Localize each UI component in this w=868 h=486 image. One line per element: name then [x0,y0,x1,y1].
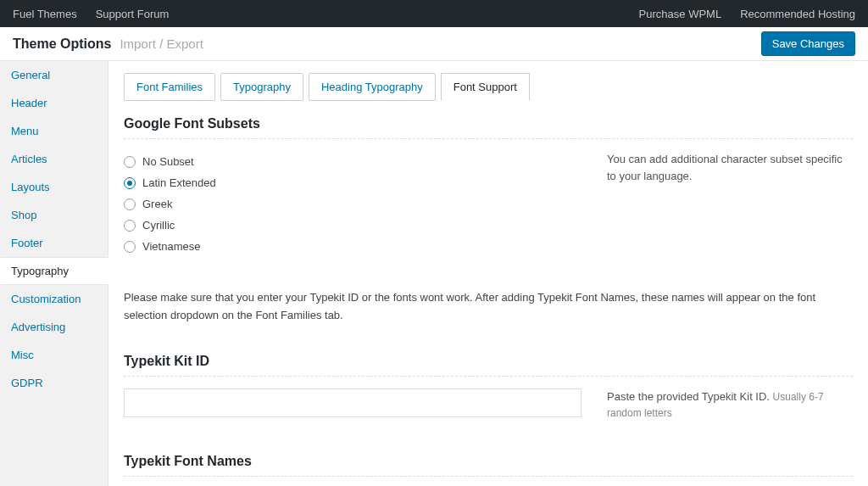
topbar-link-purchase-wpml[interactable]: Purchase WPML [639,8,722,20]
sidebar-item-shop[interactable]: Shop [0,201,108,229]
typekit-id-input[interactable] [124,388,581,417]
sidebar-item-gdpr[interactable]: GDPR [0,369,108,397]
radio-icon [124,156,136,168]
section-title-typekit-id: Typekit Kit ID [124,354,853,377]
sidebar-item-menu[interactable]: Menu [0,117,108,145]
typekit-note: Please make sure that you enter your Typ… [124,289,853,325]
sidebar-item-advertising[interactable]: Advertising [0,313,108,341]
radio-icon [124,241,136,253]
radio-label: Greek [142,198,172,210]
tab-font-families[interactable]: Font Families [124,73,215,101]
radio-label: Vietnamese [142,240,200,253]
sidebar-item-customization[interactable]: Customization [0,285,108,313]
radio-option-no-subset[interactable]: No Subset [124,151,581,172]
save-changes-button[interactable]: Save Changes [761,31,855,56]
typekit-id-help: Paste the provided Typekit Kit ID. Usual… [607,388,853,422]
radio-option-cyrillic[interactable]: Cyrillic [124,215,581,236]
sidebar-item-footer[interactable]: Footer [0,229,108,257]
radio-option-greek[interactable]: Greek [124,193,581,215]
subset-radio-group: No SubsetLatin ExtendedGreekCyrillicViet… [124,151,581,257]
section-title-google-font-subsets: Google Font Subsets [124,116,853,139]
sidebar-item-articles[interactable]: Articles [0,145,108,173]
radio-label: No Subset [142,155,194,168]
sidebar-item-header[interactable]: Header [0,89,108,117]
tab-font-support[interactable]: Font Support [441,73,530,101]
subset-help-text: You can add additional character subset … [607,151,853,257]
radio-label: Cyrillic [142,219,175,232]
topbar-link-recommended-hosting[interactable]: Recommended Hosting [740,8,855,20]
tab-row: Font FamiliesTypographyHeading Typograph… [124,73,853,101]
tab-typography[interactable]: Typography [220,73,303,101]
radio-icon [124,198,136,210]
sidebar-item-typography[interactable]: Typography [0,257,108,285]
radio-option-vietnamese[interactable]: Vietnamese [124,236,581,257]
section-title-typekit-font-names: Typekit Font Names [124,454,853,477]
page-header: Theme Options Import / Export Save Chang… [0,27,868,61]
sidebar-nav: GeneralHeaderMenuArticlesLayoutsShopFoot… [0,61,108,486]
sidebar-item-general[interactable]: General [0,61,108,89]
topbar-link-support-forum[interactable]: Support Forum [96,8,170,20]
tab-heading-typography[interactable]: Heading Typography [309,73,436,101]
page-title: Theme Options [13,36,111,52]
sidebar-item-misc[interactable]: Misc [0,341,108,369]
content-area: Font FamiliesTypographyHeading Typograph… [108,61,868,486]
topbar-link-fuel-themes[interactable]: Fuel Themes [13,8,77,20]
radio-icon [124,177,136,189]
admin-topbar: Fuel Themes Support Forum Purchase WPML … [0,0,868,27]
sidebar-item-layouts[interactable]: Layouts [0,173,108,201]
radio-icon [124,220,136,232]
radio-option-latin-extended[interactable]: Latin Extended [124,172,581,193]
page-subtitle: Import / Export [120,36,203,51]
radio-label: Latin Extended [142,176,216,189]
